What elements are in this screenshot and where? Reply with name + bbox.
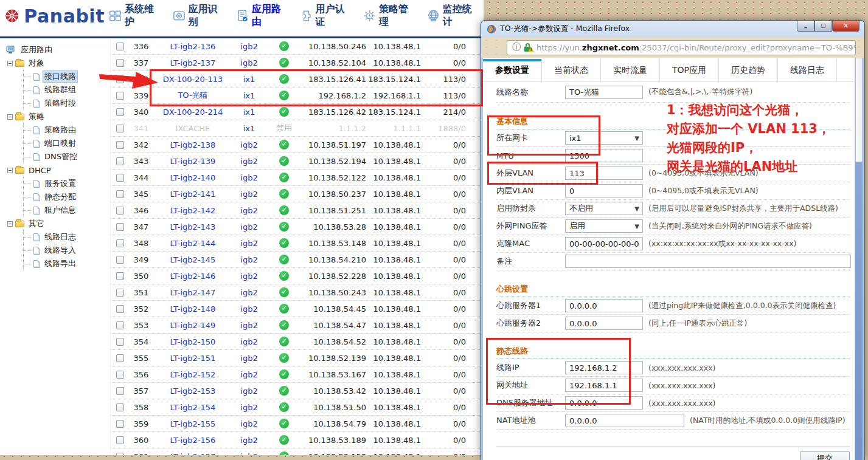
- url-bar[interactable]: ⓘ https://yun.zhgxnet.com:25037/cgi-bin/…: [507, 40, 856, 55]
- cell-interface-link[interactable]: ix1: [232, 108, 266, 117]
- row-checkbox[interactable]: [116, 420, 124, 428]
- tab-TOP应用[interactable]: TOP应用: [660, 59, 719, 81]
- cell-interface-link[interactable]: igb2: [232, 173, 266, 182]
- input-线路名称[interactable]: [565, 86, 643, 99]
- cell-line-name-link[interactable]: DX-100-20-214: [153, 108, 232, 117]
- cell-line-name-link[interactable]: LT-igb2-145: [153, 255, 232, 264]
- row-checkbox[interactable]: [116, 387, 124, 395]
- cell-line-name-link[interactable]: LT-igb2-138: [153, 140, 232, 149]
- tree-node-DHCP[interactable]: DHCP: [7, 163, 110, 177]
- firefox-titlebar[interactable]: TO-光猫->参数设置 - Mozilla Firefox – ▢ ✕: [481, 21, 864, 37]
- input-克隆MAC[interactable]: [565, 237, 643, 250]
- tree-leaf-label[interactable]: 租户信息: [43, 204, 78, 216]
- row-checkbox[interactable]: [116, 59, 124, 67]
- input-心跳服务器2[interactable]: [565, 317, 643, 330]
- tree-leaf-label[interactable]: 线路日志: [43, 231, 78, 243]
- row-checkbox[interactable]: [116, 338, 124, 346]
- tab-实时流量[interactable]: 实时流量: [601, 59, 660, 81]
- row-checkbox[interactable]: [116, 239, 124, 247]
- tree-leaf-线路导出[interactable]: 线路导出: [24, 257, 110, 270]
- cell-interface-link[interactable]: igb2: [232, 370, 266, 379]
- cell-line-name-link[interactable]: LT-igb2-156: [153, 436, 232, 445]
- cell-line-name-link[interactable]: LT-igb2-148: [153, 304, 232, 314]
- cell-line-name-link[interactable]: DX-100-20-113: [153, 75, 232, 84]
- row-checkbox[interactable]: [116, 256, 124, 264]
- input-NAT地址池[interactable]: [565, 414, 684, 427]
- cell-interface-link[interactable]: igb2: [232, 452, 266, 456]
- menu-item-策略管理[interactable]: 策略管理: [359, 1, 420, 31]
- tab-线路日志[interactable]: 线路日志: [778, 59, 837, 81]
- row-checkbox[interactable]: [116, 453, 124, 456]
- row-checkbox[interactable]: [116, 190, 124, 198]
- cell-line-name-link[interactable]: LT-igb2-155: [153, 419, 232, 428]
- tab-当前状态[interactable]: 当前状态: [542, 59, 601, 81]
- tree-node-策略[interactable]: 策略: [7, 110, 110, 123]
- cell-line-name-link[interactable]: LT-igb2-146: [153, 272, 232, 281]
- input-内层VLAN[interactable]: [565, 184, 643, 197]
- menu-item-用户认证[interactable]: 用户认证: [296, 1, 357, 31]
- row-checkbox[interactable]: [116, 321, 124, 329]
- tree-node-对象[interactable]: 对象: [7, 57, 110, 70]
- collapse-icon[interactable]: [7, 61, 13, 66]
- tree-leaf-label[interactable]: DNS管控: [43, 151, 79, 163]
- cell-interface-link[interactable]: igb2: [232, 321, 266, 330]
- cell-interface-link[interactable]: igb2: [232, 239, 266, 248]
- row-checkbox[interactable]: [116, 207, 124, 215]
- tree-leaf-线路群组[interactable]: 线路群组: [24, 83, 110, 97]
- cell-interface-link[interactable]: igb2: [232, 436, 266, 445]
- maximize-button[interactable]: ▢: [814, 21, 832, 32]
- cell-line-name-link[interactable]: LT-igb2-142: [153, 206, 232, 215]
- tab-历史趋势[interactable]: 历史趋势: [719, 59, 778, 81]
- row-checkbox[interactable]: [116, 371, 124, 379]
- input-心跳服务器1[interactable]: [565, 299, 643, 312]
- cell-line-name-link[interactable]: LT-igb2-157: [153, 452, 232, 456]
- select-启用防封杀[interactable]: 不启用▼: [565, 202, 643, 215]
- cell-line-name-link[interactable]: TO-光猫: [153, 90, 232, 101]
- tab-参数设置[interactable]: 参数设置: [483, 59, 542, 81]
- input-网关地址[interactable]: [565, 379, 643, 392]
- row-checkbox[interactable]: [116, 272, 124, 280]
- menu-item-应用路由[interactable]: 应用路由: [232, 1, 293, 31]
- cell-line-name-link[interactable]: LT-igb2-139: [153, 157, 232, 166]
- row-checkbox[interactable]: [116, 174, 124, 182]
- cell-line-name-link[interactable]: LT-igb2-152: [153, 370, 232, 379]
- cell-interface-link[interactable]: igb2: [232, 386, 266, 396]
- cell-interface-link[interactable]: ix1: [232, 75, 266, 84]
- tree-leaf-策略路由[interactable]: 策略路由: [24, 123, 110, 137]
- cell-interface-link[interactable]: igb2: [232, 222, 266, 232]
- tree-leaf-端口映射[interactable]: 端口映射: [24, 137, 110, 150]
- cell-interface-link[interactable]: igb2: [232, 58, 266, 67]
- cell-interface-link[interactable]: igb2: [232, 304, 266, 314]
- cell-line-name-link[interactable]: LT-igb2-153: [153, 386, 232, 396]
- menu-item-应用识别[interactable]: 应用识别: [168, 1, 230, 31]
- collapse-icon[interactable]: [7, 114, 13, 120]
- tree-node-label[interactable]: 策略: [27, 111, 46, 123]
- scrollbar-thumb[interactable]: [855, 58, 863, 162]
- cell-interface-link[interactable]: igb2: [232, 42, 266, 51]
- cell-interface-link[interactable]: igb2: [232, 419, 266, 428]
- tree-leaf-DNS管控[interactable]: DNS管控: [24, 150, 110, 163]
- mixed-content-lock-icon[interactable]: [524, 43, 533, 52]
- close-button[interactable]: ✕: [832, 21, 859, 32]
- row-checkbox[interactable]: [116, 141, 124, 149]
- cell-line-name-link[interactable]: LT-igb2-136: [153, 42, 232, 51]
- tree-leaf-label[interactable]: 线路导入: [43, 244, 78, 256]
- tree-leaf-静态分配[interactable]: 静态分配: [24, 190, 110, 204]
- cell-interface-link[interactable]: igb2: [232, 337, 266, 346]
- input-线路IP[interactable]: [565, 361, 643, 374]
- page-info-icon[interactable]: ⓘ: [512, 42, 521, 53]
- collapse-icon[interactable]: [7, 221, 13, 227]
- row-checkbox[interactable]: [116, 354, 124, 362]
- tree-leaf-策略时段[interactable]: 策略时段: [24, 97, 110, 110]
- row-checkbox[interactable]: [116, 403, 124, 411]
- tree-node-其它[interactable]: 其它: [7, 217, 110, 230]
- cell-interface-link[interactable]: ix1: [232, 91, 266, 100]
- tree-leaf-线路日志[interactable]: 线路日志: [24, 230, 110, 244]
- tree-leaf-label[interactable]: 接口线路: [43, 70, 78, 83]
- menu-item-系统维护[interactable]: 系统维护: [105, 1, 166, 31]
- tree-leaf-服务设置[interactable]: 服务设置: [24, 177, 110, 190]
- cell-line-name-link[interactable]: LT-igb2-150: [153, 337, 232, 346]
- tree-leaf-租户信息[interactable]: 租户信息: [24, 204, 110, 217]
- cell-line-name-link[interactable]: LT-igb2-144: [153, 239, 232, 248]
- cell-interface-link[interactable]: igb2: [232, 354, 266, 363]
